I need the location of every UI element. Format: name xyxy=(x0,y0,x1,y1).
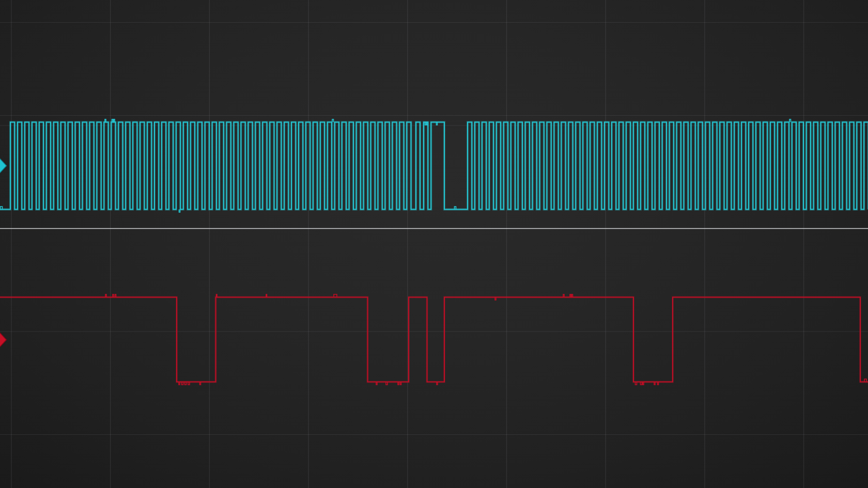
grid-vertical-lines xyxy=(11,0,804,488)
channel-markers xyxy=(0,159,7,347)
digital-trace-channel-1 xyxy=(0,294,868,385)
channel-marker-channel-1-icon[interactable] xyxy=(0,333,7,347)
channel-marker-channel-0-icon[interactable] xyxy=(0,159,7,173)
digital-traces xyxy=(0,119,868,385)
digital-trace-channel-0 xyxy=(0,119,868,212)
glitch-ticks-channel-1 xyxy=(105,294,866,385)
waveform-view[interactable]: Logic analyzer waveform view xyxy=(0,0,868,488)
